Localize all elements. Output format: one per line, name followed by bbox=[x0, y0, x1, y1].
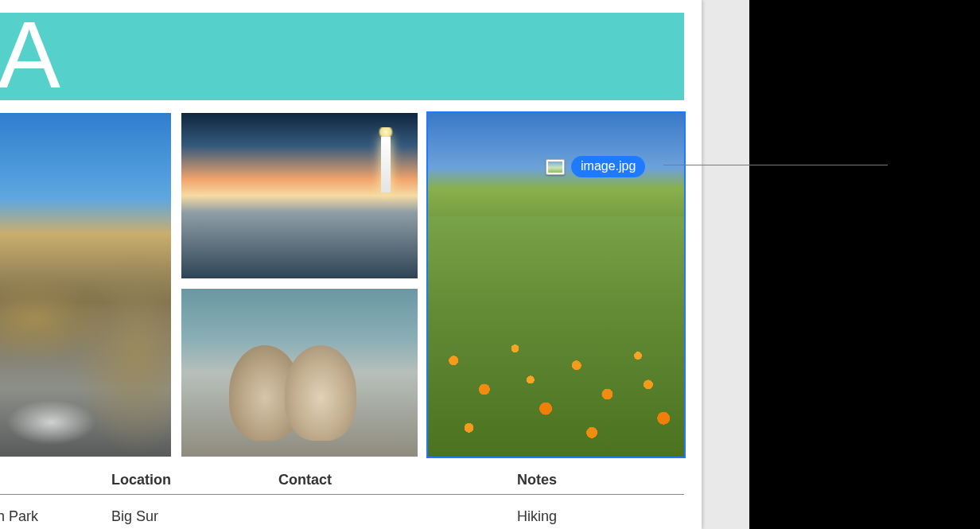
page-gutter bbox=[702, 0, 749, 529]
drag-file-badge[interactable]: image.jpg bbox=[546, 156, 645, 177]
stage: RNIA image.jpg ity Location Contact Note… bbox=[0, 0, 980, 529]
drag-file-name: image.jpg bbox=[571, 156, 645, 177]
image-seals[interactable] bbox=[181, 289, 418, 457]
cell-location[interactable]: Big Sur bbox=[111, 503, 278, 529]
image-lighthouse[interactable] bbox=[181, 113, 418, 278]
page-title: RNIA bbox=[0, 13, 67, 100]
image-coast[interactable] bbox=[0, 113, 171, 457]
file-thumbnail-icon bbox=[546, 159, 565, 175]
image-lighthouse-placeholder bbox=[181, 113, 418, 278]
table-header-row: ity Location Contact Notes bbox=[0, 466, 684, 495]
col-header-notes: Notes bbox=[517, 466, 636, 494]
callout-leader-line bbox=[663, 165, 888, 165]
black-background bbox=[749, 0, 980, 529]
image-coast-placeholder bbox=[0, 113, 171, 457]
cell-contact[interactable] bbox=[278, 503, 517, 529]
col-header-location: Location bbox=[111, 466, 278, 494]
image-seals-placeholder bbox=[181, 289, 418, 457]
info-table: ity Location Contact Notes e Beach Park … bbox=[0, 466, 684, 529]
title-banner: RNIA bbox=[0, 13, 684, 100]
table-row[interactable]: e Beach Park Big Sur Hiking bbox=[0, 495, 684, 529]
col-header-contact: Contact bbox=[278, 466, 517, 494]
col-header-activity: ity bbox=[0, 466, 111, 494]
document-page[interactable]: RNIA image.jpg ity Location Contact Note… bbox=[0, 0, 702, 529]
cell-notes[interactable]: Hiking bbox=[517, 503, 636, 529]
cell-activity[interactable]: e Beach Park bbox=[0, 503, 111, 529]
